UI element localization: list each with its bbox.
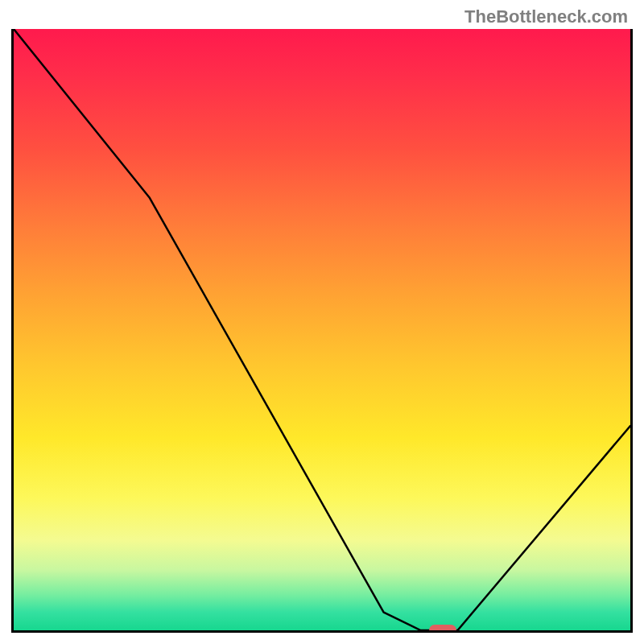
bottleneck-curve	[14, 29, 630, 630]
chart-area	[11, 29, 633, 633]
watermark-text: TheBottleneck.com	[464, 6, 628, 27]
optimal-marker	[429, 625, 456, 633]
